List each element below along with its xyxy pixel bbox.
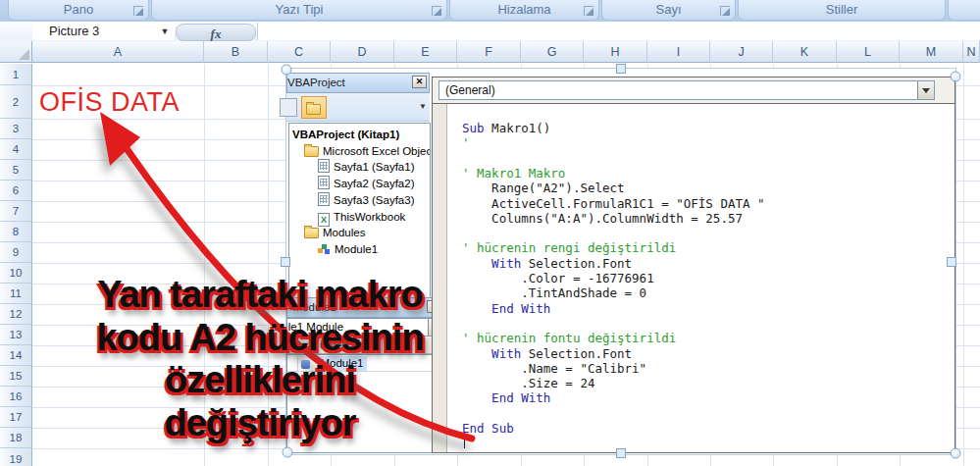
code-window: (General) Sub Makro1()'' Makro1 Makro Ra… [432,77,955,453]
name-box[interactable]: Picture 3 [32,23,175,40]
code-editor[interactable]: Sub Makro1()'' Makro1 Makro Range("A2").… [447,104,954,452]
code-comment: ' Makro1 Makro [462,166,565,181]
caption-overlay: Yan taraftaki makro kodu A2 hücresinin ö… [27,274,492,444]
tree-item-sayfa3-sayfa3-[interactable]: Sayfa3 (Sayfa3) [318,192,414,208]
column-header-H[interactable]: H [584,41,647,63]
tree-item-vbaproject-kitap1-[interactable]: VBAProject (Kitap1) [292,127,399,142]
code-comment: ' [462,135,470,150]
cell-a2-text: OFİS DATA [39,87,180,118]
project-close-button[interactable]: ✕ [412,76,427,88]
row-header-9[interactable]: 9 [0,242,32,263]
dialog-launcher-icon[interactable] [432,6,441,16]
column-header-I[interactable]: I [647,41,710,63]
project-window-titlebar[interactable]: Project - VBAProject [286,73,430,93]
sheet-icon [318,159,330,173]
code-keyword: End With [491,390,550,405]
code-line: Sub Makro1() [462,121,550,136]
tree-item-label: Sayfa3 (Sayfa3) [334,194,414,206]
row-header-8[interactable]: 8 [0,222,32,242]
tree-item-modules[interactable]: Modules [304,225,365,240]
row-header-19[interactable]: 19 [0,448,32,466]
column-header-D[interactable]: D [331,41,394,63]
view-folders-button[interactable] [301,96,327,119]
column-header-B[interactable]: B [204,41,268,63]
code-keyword: With [491,346,521,361]
ribbon-group-Sayı: Sayı [601,0,736,21]
dialog-launcher-icon[interactable] [720,6,730,16]
tree-item-thisworkbook[interactable]: ThisWorkbook [318,209,405,225]
selection-handle-circle[interactable] [951,448,961,459]
code-line: With Selection.Font [462,256,632,272]
row-header-7[interactable]: 7 [0,201,32,222]
selection-handle-circle[interactable] [282,65,292,76]
caption-line: kodu A2 hücresinin [27,317,492,360]
object-selector[interactable]: (General) [438,80,935,100]
tree-item-module1[interactable]: Module1 [318,241,378,257]
column-header-L[interactable]: L [837,41,900,63]
excel-window: PanoYazı TipiHizalamaSayıStiller Picture… [0,0,980,466]
ribbon-group-partial [948,0,980,21]
dialog-launcher-icon[interactable] [133,6,143,16]
ribbon-group-Pano: Pano [8,0,149,21]
ribbon-group-label: Stiller [826,2,858,17]
tree-item-label: Modules [323,227,365,238]
column-header-M[interactable]: M [900,41,963,63]
tree-item-label: Module1 [335,243,378,255]
select-all-button[interactable] [0,41,32,63]
clipped-toolbar-icon[interactable] [280,98,297,117]
object-selector-dropdown-icon[interactable] [917,81,934,99]
row-header-4[interactable]: 4 [0,139,32,160]
row-header-3[interactable]: 3 [0,119,32,139]
column-header-G[interactable]: G [521,41,584,63]
selection-handle-square[interactable] [281,257,290,267]
fx-icon: fx [211,26,222,41]
ribbon-group-Hizalama: Hizalama [449,0,599,21]
code-line: ' Makro1 Makro [462,166,565,181]
insert-function-button[interactable]: fx [176,24,256,41]
code-text: Selection.Font [521,256,632,271]
column-header-N[interactable]: N [963,41,980,63]
column-header-K[interactable]: K [773,41,837,63]
selection-handle-square[interactable] [616,64,626,74]
row-header-1[interactable]: 1 [0,64,32,85]
tree-item-label: Microsoft Excel Objects [323,145,431,157]
selection-handle-circle[interactable] [283,447,293,458]
ribbon-group-label: Hizalama [497,2,550,17]
selection-handle-circle[interactable] [951,72,961,82]
tree-item-microsoft-excel-objects[interactable]: Microsoft Excel Objects [304,143,431,159]
column-header-A[interactable]: A [32,41,204,63]
name-box-dropdown-icon[interactable]: ▼ [157,23,173,40]
code-line: ' [462,135,470,151]
code-text: Range("A2").Select [462,181,625,195]
ribbon-group-Stiller: Stiller [738,0,946,21]
column-header-E[interactable]: E [394,41,457,63]
sheet-icon [318,192,330,206]
dialog-launcher-icon[interactable] [584,6,593,16]
code-line: Columns("A:A").ColumnWidth = 25.57 [462,211,743,227]
tree-item-sayfa2-sayfa2-[interactable]: Sayfa2 (Sayfa2) [318,176,414,191]
column-header-C[interactable]: C [268,41,331,63]
caption-line: değiştiriyor [27,402,492,445]
row-header-6[interactable]: 6 [0,181,32,201]
selection-handle-square[interactable] [616,448,626,458]
module-icon [318,244,331,255]
tree-item-label: Sayfa1 (Sayfa1) [334,161,414,173]
selection-handle-square[interactable] [947,257,956,267]
column-header-J[interactable]: J [710,41,773,63]
formula-input[interactable] [257,23,980,40]
ribbon-group-label: Sayı [655,2,681,17]
tree-item-label: Sayfa2 (Sayfa2) [334,178,414,189]
row-header-5[interactable]: 5 [0,160,32,181]
ribbon-group-label: Pano [64,2,93,17]
code-text: Makro1() [485,121,551,135]
code-text: Selection.Font [521,346,632,361]
row-header-2[interactable]: 2 [0,85,32,119]
tree-item-sayfa1-sayfa1-[interactable]: Sayfa1 (Sayfa1) [318,159,414,175]
column-header-F[interactable]: F [457,41,521,63]
sheet-icon [318,176,330,189]
code-text: ActiveCell.FormulaR1C1 = "OFİS DATA " [462,196,765,211]
folder-icon [304,146,319,157]
toolbar-options-icon[interactable]: ▼ [419,102,427,111]
gridline-vertical [963,64,964,466]
code-window-header: (General) [433,78,954,104]
